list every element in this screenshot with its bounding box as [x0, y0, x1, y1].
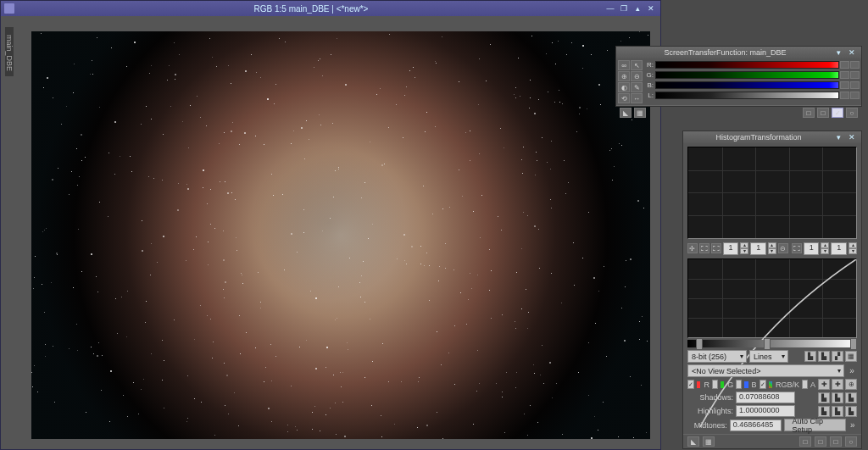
view-dropdown[interactable]: <No View Selected>: [687, 364, 844, 377]
zoom-reset-hist-icon[interactable]: ⊝: [778, 243, 788, 253]
stf-apply-icon[interactable]: □: [817, 108, 829, 118]
stf-b-slider[interactable]: [655, 81, 839, 89]
zoom-out-hist-icon[interactable]: ⛶: [711, 243, 721, 253]
stf-l-label: L:: [643, 92, 655, 99]
stf-panel: ScreenTransferFunction: main_DBE ▾ ✕ ∞ ⊕…: [615, 46, 862, 107]
reset-icon[interactable]: ⟲: [618, 93, 630, 103]
bit-depth-dropdown[interactable]: 8-bit (256): [687, 350, 747, 363]
zoom-fit-hist-icon[interactable]: ⛶: [699, 243, 709, 253]
hist-doc-icon[interactable]: ▦: [703, 436, 715, 447]
maximize-button[interactable]: ❐: [618, 3, 630, 14]
hist-zoom-y-input[interactable]: 1: [750, 242, 766, 255]
image-window-title: RGB 1:5 main_DBE | <*new*>: [19, 4, 603, 14]
stf-reset-all-icon[interactable]: ○: [846, 108, 858, 118]
view-selector-row: <No View Selected> »: [683, 364, 861, 378]
histogram-panel-titlebar[interactable]: HistogramTransformation ▾ ✕: [683, 131, 861, 143]
link-icon[interactable]: ∞: [618, 60, 630, 70]
hist-triangle-icon[interactable]: ◣: [687, 436, 699, 447]
stf-shade-button[interactable]: ▾: [832, 47, 844, 58]
histogram-panel: HistogramTransformation ▾ ✕ ✢ ⛶ ⛶ 1 ▴▾ 1…: [682, 131, 862, 449]
hist-zoom-y-up[interactable]: ▴: [768, 242, 776, 248]
window-icon: [4, 3, 14, 14]
histogram-panel-title: HistogramTransformation: [687, 133, 831, 142]
view-tab[interactable]: main_DBE: [4, 26, 14, 77]
hist-apply-icon[interactable]: □: [815, 436, 826, 447]
shadows-handle[interactable]: [696, 338, 703, 350]
zoom-in-icon[interactable]: ⊕: [618, 71, 630, 81]
curve-zoom-icon[interactable]: ⛶: [792, 243, 802, 253]
stf-r-gear-icon[interactable]: [850, 61, 860, 69]
zoom-in-hist-icon[interactable]: ✢: [687, 243, 698, 253]
image-window: RGB 1:5 main_DBE | <*new*> — ❐ ▴ ✕ main_…: [0, 0, 661, 450]
close-button[interactable]: ✕: [645, 3, 657, 14]
hist-new-instance-icon[interactable]: □: [799, 436, 811, 447]
nebula-image: [31, 31, 650, 439]
image-viewport[interactable]: [31, 31, 650, 439]
image-window-titlebar[interactable]: RGB 1:5 main_DBE | <*new*> — ❐ ▴ ✕: [1, 1, 660, 16]
stf-r-button[interactable]: [840, 61, 849, 69]
curve-zoom-y-down[interactable]: ▾: [849, 248, 857, 254]
stf-tool-column-1: ∞ ⊕ ◐ ⟲: [618, 60, 630, 103]
stf-r-slider[interactable]: [655, 61, 839, 69]
curve-zoom-x-down[interactable]: ▾: [821, 248, 829, 254]
stf-track-checkbox[interactable]: ✓: [832, 108, 843, 118]
curve-zoom-x-input[interactable]: 1: [804, 242, 820, 255]
edit-icon[interactable]: ✎: [631, 82, 643, 92]
curve-zoom-y-input[interactable]: 1: [831, 242, 847, 255]
curve-zoom-x-up[interactable]: ▴: [821, 242, 829, 248]
stf-b-gear-icon[interactable]: [850, 81, 860, 89]
pointer-icon[interactable]: ↖: [631, 60, 643, 70]
stf-close-button[interactable]: ✕: [846, 47, 858, 58]
stf-panel-title: ScreenTransferFunction: main_DBE: [620, 48, 831, 57]
stf-g-button[interactable]: [840, 71, 849, 79]
midtones-handle[interactable]: [764, 338, 771, 350]
stf-g-gear-icon[interactable]: [850, 71, 860, 79]
star-field: [31, 31, 650, 439]
hist-zoom-x-input[interactable]: 1: [723, 242, 739, 255]
hist-bottom-toolbar: ◣ ▦ □ □ □ ○: [683, 434, 861, 448]
stf-panel-titlebar[interactable]: ScreenTransferFunction: main_DBE ▾ ✕: [616, 47, 861, 58]
plot-mode-dropdown[interactable]: Lines: [749, 350, 788, 363]
histogram-zoom-row: ✢ ⛶ ⛶ 1 ▴▾ 1 ▴▾ ⊝ ⛶ 1 ▴▾ 1 ▴▾: [683, 241, 861, 257]
stf-sliders: R: G: B: L:: [643, 60, 860, 103]
gradient-slider[interactable]: [687, 340, 857, 347]
stf-b-button[interactable]: [840, 81, 849, 89]
shade-button[interactable]: ▴: [632, 3, 643, 14]
hist-track-checkbox[interactable]: □: [830, 436, 842, 447]
auto-stf-icon[interactable]: ◐: [618, 82, 630, 92]
stf-l-gear-icon[interactable]: [850, 92, 860, 99]
stf-l-slider[interactable]: [655, 92, 839, 99]
move-icon[interactable]: ↔: [631, 93, 643, 103]
stf-b-label: B:: [643, 81, 655, 89]
highlights-handle[interactable]: [850, 338, 857, 350]
stf-g-label: G:: [643, 71, 655, 79]
stf-r-label: R:: [643, 61, 655, 69]
hist-zoom-y-down[interactable]: ▾: [768, 248, 776, 254]
hist-reset-icon[interactable]: ○: [845, 436, 857, 447]
hist-zoom-x-up[interactable]: ▴: [740, 242, 748, 248]
stf-tool-column-2: ↖ ⊖ ✎ ↔: [631, 60, 643, 103]
minimize-button[interactable]: —: [604, 3, 616, 14]
stf-doc-icon[interactable]: ▦: [634, 108, 646, 118]
transfer-curve-display[interactable]: [687, 258, 857, 338]
stf-new-instance-icon[interactable]: □: [803, 108, 815, 118]
hist-close-button[interactable]: ✕: [846, 131, 858, 143]
stf-triangle-icon[interactable]: ◣: [620, 108, 632, 118]
stf-bottom-toolbar: ◣ ▦ □ □ ✓ ○: [616, 105, 861, 119]
hist-zoom-x-down[interactable]: ▾: [740, 248, 748, 254]
curve-zoom-y-up[interactable]: ▴: [849, 242, 857, 248]
hist-shade-button[interactable]: ▾: [832, 131, 844, 143]
zoom-out-icon[interactable]: ⊖: [631, 71, 643, 81]
histogram-display[interactable]: [687, 147, 857, 239]
stf-g-slider[interactable]: [655, 71, 839, 79]
stf-l-button[interactable]: [840, 92, 849, 99]
